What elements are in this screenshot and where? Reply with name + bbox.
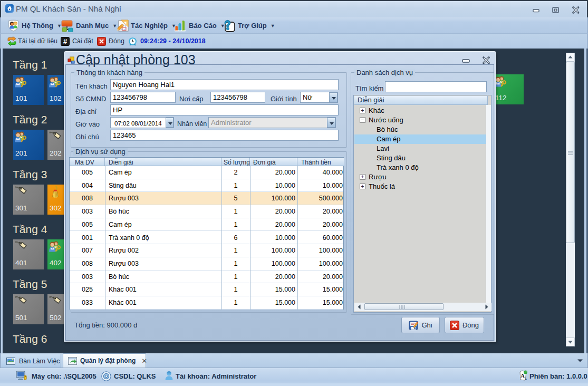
svg-text:#: # [63,37,68,45]
svg-text:a: a [525,377,527,381]
